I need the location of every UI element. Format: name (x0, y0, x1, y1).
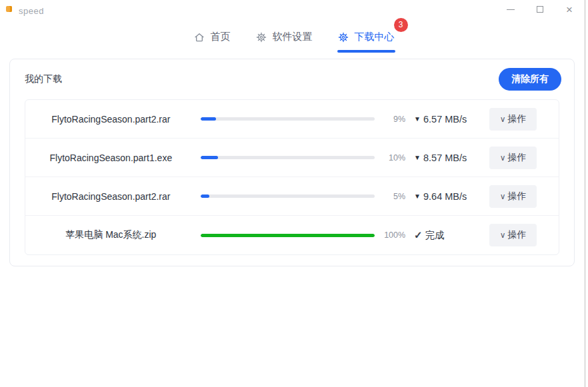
panel-title: 我的下载 (25, 73, 62, 85)
down-arrow-icon: ▼ (414, 115, 421, 123)
downloads-panel: 我的下载 清除所有 FlytoRacingSeason.part2.rar 9%… (9, 59, 575, 266)
progress-fill (201, 194, 209, 198)
close-icon: × (566, 4, 573, 15)
download-filename: FlytoRacingSeason.part1.exe (25, 153, 197, 163)
download-status: ▼ 6.57 MB/s (414, 114, 489, 125)
chevron-down-icon: ∨ (500, 153, 506, 163)
download-filename: FlytoRacingSeason.part2.rar (25, 114, 197, 125)
app-title: speed (19, 6, 44, 16)
close-button[interactable]: × (555, 0, 584, 19)
download-speed: 8.57 MB/s (423, 153, 467, 163)
download-row: 苹果电脑 Mac系统.zip 100% ✓ 完成 ∨ 操作 (25, 216, 559, 254)
action-label: 操作 (507, 229, 526, 241)
chevron-down-icon: ∨ (500, 192, 506, 201)
action-label: 操作 (507, 191, 526, 202)
active-tab-underline (337, 50, 395, 53)
download-complete-label: 完成 (425, 229, 445, 242)
chevron-down-icon: ∨ (500, 115, 506, 124)
progress-fill (201, 117, 217, 121)
chevron-down-icon: ∨ (500, 230, 506, 240)
download-filename: FlytoRacingSeason.part2.rar (25, 191, 197, 202)
download-row: FlytoRacingSeason.part2.rar 9% ▼ 6.57 MB… (25, 100, 559, 139)
download-status: ✓ 完成 (414, 229, 489, 242)
download-row: FlytoRacingSeason.part1.exe 10% ▼ 8.57 M… (25, 139, 559, 177)
action-label: 操作 (507, 113, 526, 125)
tab-label-settings: 软件设置 (273, 31, 313, 43)
progress-fill (201, 234, 375, 237)
down-arrow-icon: ▼ (414, 154, 421, 161)
maximize-icon (537, 6, 543, 13)
progress-bar (201, 117, 375, 121)
maximize-button[interactable] (525, 0, 555, 19)
progress-percent: 5% (375, 192, 405, 201)
tab-label-download-center: 下载中心 (355, 31, 395, 43)
progress-bar (201, 156, 375, 159)
action-button[interactable]: ∨ 操作 (489, 224, 537, 246)
download-row: FlytoRacingSeason.part2.rar 5% ▼ 9.64 MB… (25, 177, 559, 216)
panel-header: 我的下载 清除所有 (10, 59, 574, 99)
progress-bar (201, 194, 375, 198)
download-status: ▼ 8.57 MB/s (414, 153, 489, 163)
progress-bar (201, 234, 375, 237)
tab-label-home: 首页 (211, 31, 231, 43)
app-identity: speed (0, 3, 44, 16)
action-button[interactable]: ∨ 操作 (489, 108, 537, 131)
tab-settings[interactable]: 软件设置 (255, 25, 313, 53)
home-icon (194, 32, 205, 43)
check-icon: ✓ (414, 229, 423, 241)
gear-icon (338, 32, 349, 43)
app-logo-icon (6, 6, 12, 12)
clear-all-button[interactable]: 清除所有 (499, 68, 561, 91)
progress-percent: 9% (375, 115, 405, 124)
download-count-badge: 3 (394, 18, 408, 32)
download-list: FlytoRacingSeason.part2.rar 9% ▼ 6.57 MB… (25, 99, 559, 255)
action-button[interactable]: ∨ 操作 (489, 185, 537, 208)
minimize-icon (507, 9, 515, 10)
download-speed: 6.57 MB/s (423, 114, 467, 125)
progress-percent: 10% (375, 153, 405, 163)
minimize-button[interactable] (496, 0, 525, 19)
down-arrow-icon: ▼ (414, 193, 421, 200)
main-nav: 首页 软件设置 下载中心 3 (0, 25, 588, 53)
scrollbar[interactable] (585, 0, 585, 387)
action-button[interactable]: ∨ 操作 (489, 147, 537, 169)
progress-percent: 100% (375, 230, 405, 240)
download-filename: 苹果电脑 Mac系统.zip (25, 229, 197, 241)
window-controls: × (496, 0, 584, 19)
progress-fill (201, 156, 218, 159)
action-label: 操作 (507, 152, 526, 164)
tab-download-center[interactable]: 下载中心 3 (337, 25, 395, 53)
tab-home[interactable]: 首页 (193, 25, 231, 53)
title-bar: speed × (0, 0, 588, 19)
download-status: ▼ 9.64 MB/s (414, 191, 489, 202)
gear-icon (256, 32, 267, 43)
download-speed: 9.64 MB/s (423, 191, 467, 202)
